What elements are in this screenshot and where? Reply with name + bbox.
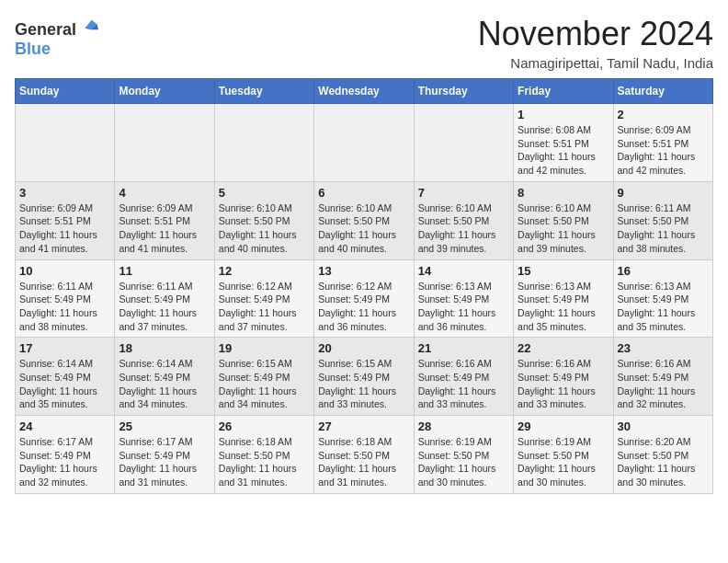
day-info: Sunrise: 6:10 AM Sunset: 5:50 PM Dayligh… [518, 201, 609, 256]
day-info: Sunrise: 6:15 AM Sunset: 5:49 PM Dayligh… [219, 357, 310, 411]
day-info: Sunrise: 6:08 AM Sunset: 5:51 PM Dayligh… [518, 123, 609, 178]
day-number: 7 [418, 186, 509, 200]
month-title: November 2024 [478, 15, 713, 53]
calendar-cell: 24Sunrise: 6:17 AM Sunset: 5:49 PM Dayli… [16, 416, 115, 494]
calendar-cell: 5Sunrise: 6:10 AM Sunset: 5:50 PM Daylig… [214, 181, 313, 259]
logo-bird-icon [78, 15, 98, 35]
calendar-table: SundayMondayTuesdayWednesdayThursdayFrid… [15, 78, 713, 494]
calendar-cell: 14Sunrise: 6:13 AM Sunset: 5:49 PM Dayli… [414, 259, 513, 338]
calendar-cell: 19Sunrise: 6:15 AM Sunset: 5:49 PM Dayli… [214, 338, 313, 416]
day-number: 2 [618, 108, 709, 121]
calendar-week-row: 24Sunrise: 6:17 AM Sunset: 5:49 PM Dayli… [16, 416, 713, 494]
calendar-cell: 2Sunrise: 6:09 AM Sunset: 5:51 PM Daylig… [613, 104, 712, 182]
calendar-cell: 4Sunrise: 6:09 AM Sunset: 5:51 PM Daylig… [115, 181, 214, 259]
calendar-cell: 9Sunrise: 6:11 AM Sunset: 5:50 PM Daylig… [613, 181, 712, 259]
day-number: 15 [518, 264, 609, 278]
day-number: 19 [219, 341, 310, 355]
day-number: 10 [19, 264, 110, 278]
calendar-cell: 1Sunrise: 6:08 AM Sunset: 5:51 PM Daylig… [514, 104, 613, 182]
day-info: Sunrise: 6:11 AM Sunset: 5:49 PM Dayligh… [119, 280, 210, 334]
day-number: 24 [19, 419, 110, 433]
calendar-cell [214, 104, 313, 182]
day-info: Sunrise: 6:09 AM Sunset: 5:51 PM Dayligh… [119, 201, 210, 256]
calendar-cell: 30Sunrise: 6:20 AM Sunset: 5:50 PM Dayli… [613, 416, 712, 494]
calendar-cell: 18Sunrise: 6:14 AM Sunset: 5:49 PM Dayli… [115, 338, 214, 416]
day-info: Sunrise: 6:13 AM Sunset: 5:49 PM Dayligh… [618, 280, 709, 334]
day-info: Sunrise: 6:13 AM Sunset: 5:49 PM Dayligh… [518, 280, 609, 334]
calendar-cell: 20Sunrise: 6:15 AM Sunset: 5:49 PM Dayli… [314, 338, 414, 416]
calendar-header-thursday: Thursday [414, 79, 513, 104]
day-number: 21 [418, 341, 509, 355]
day-number: 18 [119, 341, 210, 355]
day-info: Sunrise: 6:17 AM Sunset: 5:49 PM Dayligh… [119, 435, 210, 489]
calendar-cell: 23Sunrise: 6:16 AM Sunset: 5:49 PM Dayli… [613, 338, 712, 416]
calendar-cell: 7Sunrise: 6:10 AM Sunset: 5:50 PM Daylig… [414, 181, 513, 259]
logo-general-text: General [15, 20, 76, 40]
day-number: 11 [119, 264, 210, 278]
day-number: 12 [219, 264, 310, 278]
calendar-header-row: SundayMondayTuesdayWednesdayThursdayFrid… [16, 79, 713, 104]
title-block: November 2024 Namagiripettai, Tamil Nadu… [478, 15, 713, 71]
day-info: Sunrise: 6:11 AM Sunset: 5:50 PM Dayligh… [618, 201, 709, 256]
day-number: 20 [318, 341, 409, 355]
calendar-header-monday: Monday [115, 79, 214, 104]
day-number: 13 [318, 264, 409, 278]
calendar-week-row: 1Sunrise: 6:08 AM Sunset: 5:51 PM Daylig… [16, 104, 713, 182]
day-info: Sunrise: 6:16 AM Sunset: 5:49 PM Dayligh… [618, 357, 709, 411]
day-info: Sunrise: 6:12 AM Sunset: 5:49 PM Dayligh… [219, 280, 310, 334]
day-info: Sunrise: 6:16 AM Sunset: 5:49 PM Dayligh… [418, 357, 509, 411]
day-number: 14 [418, 264, 509, 278]
logo-blue-text: Blue [15, 40, 51, 59]
day-number: 3 [19, 186, 110, 200]
day-info: Sunrise: 6:13 AM Sunset: 5:49 PM Dayligh… [418, 280, 509, 334]
calendar-cell: 16Sunrise: 6:13 AM Sunset: 5:49 PM Dayli… [613, 259, 712, 338]
calendar-cell: 6Sunrise: 6:10 AM Sunset: 5:50 PM Daylig… [314, 181, 414, 259]
calendar-cell: 15Sunrise: 6:13 AM Sunset: 5:49 PM Dayli… [514, 259, 613, 338]
day-number: 28 [418, 419, 509, 433]
calendar-cell: 26Sunrise: 6:18 AM Sunset: 5:50 PM Dayli… [214, 416, 313, 494]
day-info: Sunrise: 6:10 AM Sunset: 5:50 PM Dayligh… [219, 201, 310, 256]
day-info: Sunrise: 6:20 AM Sunset: 5:50 PM Dayligh… [618, 435, 709, 489]
day-number: 17 [19, 341, 110, 355]
calendar-header-sunday: Sunday [16, 79, 115, 104]
day-info: Sunrise: 6:14 AM Sunset: 5:49 PM Dayligh… [19, 357, 110, 411]
day-number: 6 [318, 186, 409, 200]
day-number: 9 [618, 186, 709, 200]
calendar-cell: 8Sunrise: 6:10 AM Sunset: 5:50 PM Daylig… [514, 181, 613, 259]
day-number: 27 [318, 419, 409, 433]
calendar-cell [115, 104, 214, 182]
day-info: Sunrise: 6:17 AM Sunset: 5:49 PM Dayligh… [19, 435, 110, 489]
calendar-cell: 27Sunrise: 6:18 AM Sunset: 5:50 PM Dayli… [314, 416, 414, 494]
page-header: General Blue November 2024 Namagiripetta… [15, 15, 713, 71]
day-info: Sunrise: 6:10 AM Sunset: 5:50 PM Dayligh… [418, 201, 509, 256]
day-info: Sunrise: 6:18 AM Sunset: 5:50 PM Dayligh… [219, 435, 310, 489]
day-number: 23 [618, 341, 709, 355]
day-info: Sunrise: 6:14 AM Sunset: 5:49 PM Dayligh… [119, 357, 210, 411]
calendar-cell: 12Sunrise: 6:12 AM Sunset: 5:49 PM Dayli… [214, 259, 313, 338]
day-info: Sunrise: 6:19 AM Sunset: 5:50 PM Dayligh… [418, 435, 509, 489]
calendar-header-saturday: Saturday [613, 79, 712, 104]
day-info: Sunrise: 6:19 AM Sunset: 5:50 PM Dayligh… [518, 435, 609, 489]
day-number: 16 [618, 264, 709, 278]
logo: General Blue [15, 15, 98, 59]
calendar-week-row: 3Sunrise: 6:09 AM Sunset: 5:51 PM Daylig… [16, 181, 713, 259]
calendar-cell: 11Sunrise: 6:11 AM Sunset: 5:49 PM Dayli… [115, 259, 214, 338]
day-number: 1 [518, 108, 609, 121]
calendar-cell: 21Sunrise: 6:16 AM Sunset: 5:49 PM Dayli… [414, 338, 513, 416]
calendar-cell: 10Sunrise: 6:11 AM Sunset: 5:49 PM Dayli… [16, 259, 115, 338]
day-number: 8 [518, 186, 609, 200]
day-number: 25 [119, 419, 210, 433]
calendar-cell: 29Sunrise: 6:19 AM Sunset: 5:50 PM Dayli… [514, 416, 613, 494]
calendar-cell [314, 104, 414, 182]
day-info: Sunrise: 6:09 AM Sunset: 5:51 PM Dayligh… [19, 201, 110, 256]
calendar-cell [414, 104, 513, 182]
day-info: Sunrise: 6:11 AM Sunset: 5:49 PM Dayligh… [19, 280, 110, 334]
day-number: 30 [618, 419, 709, 433]
day-info: Sunrise: 6:10 AM Sunset: 5:50 PM Dayligh… [318, 201, 409, 256]
calendar-cell: 22Sunrise: 6:16 AM Sunset: 5:49 PM Dayli… [514, 338, 613, 416]
calendar-cell: 3Sunrise: 6:09 AM Sunset: 5:51 PM Daylig… [16, 181, 115, 259]
day-info: Sunrise: 6:16 AM Sunset: 5:49 PM Dayligh… [518, 357, 609, 411]
calendar-cell: 17Sunrise: 6:14 AM Sunset: 5:49 PM Dayli… [16, 338, 115, 416]
calendar-header-wednesday: Wednesday [314, 79, 414, 104]
calendar-week-row: 17Sunrise: 6:14 AM Sunset: 5:49 PM Dayli… [16, 338, 713, 416]
